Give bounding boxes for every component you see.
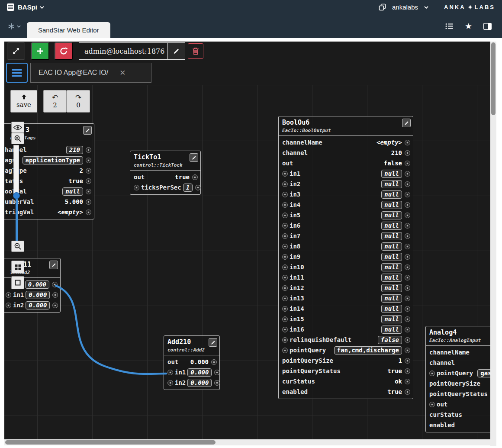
slot-link-icon[interactable] xyxy=(405,368,410,374)
vertical-scrollbar[interactable] xyxy=(490,42,496,446)
slot-value[interactable]: 5.000 xyxy=(65,198,83,205)
slot-link-icon[interactable] xyxy=(282,192,288,197)
edit-node-button[interactable] xyxy=(49,261,58,269)
slot-link-icon[interactable] xyxy=(405,379,410,384)
slot-link-icon[interactable] xyxy=(405,337,410,343)
slot-link-icon[interactable] xyxy=(405,254,410,260)
slot-link-icon[interactable] xyxy=(405,202,410,208)
edit-node-button[interactable] xyxy=(83,126,92,135)
app-title[interactable]: BASpi xyxy=(18,3,37,11)
slot-link-icon[interactable] xyxy=(405,389,410,395)
slot-value[interactable]: null xyxy=(381,263,402,271)
slot-link-icon[interactable] xyxy=(282,327,288,332)
edit-node-button[interactable] xyxy=(402,119,411,127)
slot-link-icon[interactable] xyxy=(405,171,410,177)
slot-link-icon[interactable] xyxy=(86,147,91,153)
slot-link-icon[interactable] xyxy=(405,244,410,249)
slot-link-icon[interactable] xyxy=(405,213,410,218)
slot-value[interactable]: null xyxy=(381,294,402,303)
slot-value[interactable]: true xyxy=(387,367,402,374)
slot-link-icon[interactable] xyxy=(282,244,288,249)
slot-link-icon[interactable] xyxy=(405,316,410,322)
slot-value[interactable]: gas xyxy=(477,369,490,377)
slot-link-icon[interactable] xyxy=(86,199,91,205)
tab-sandstar-web-editor[interactable]: SandStar Web Editor xyxy=(27,22,110,38)
redo-button[interactable]: ↷ 0 xyxy=(67,90,90,113)
account-name[interactable]: ankalabs xyxy=(392,3,418,11)
chevron-down-icon[interactable] xyxy=(40,6,44,9)
edit-node-button[interactable] xyxy=(209,338,217,347)
slot-value[interactable]: null xyxy=(381,180,402,188)
slot-link-icon[interactable] xyxy=(192,174,198,180)
slot-link-icon[interactable] xyxy=(405,150,410,156)
slot-link-icon[interactable] xyxy=(195,185,201,190)
visibility-button[interactable] xyxy=(11,122,24,133)
slot-link-icon[interactable] xyxy=(405,223,410,229)
slot-link-icon[interactable] xyxy=(405,161,410,166)
slot-link-icon[interactable] xyxy=(405,275,410,280)
slot-value[interactable]: null xyxy=(381,222,402,230)
editor-canvas[interactable]: admin@localhost:1876 EAC IO App@EAC IO/ … xyxy=(4,42,490,439)
horizontal-scrollbar[interactable] xyxy=(4,439,490,445)
zoom-slider-handle[interactable] xyxy=(13,192,20,199)
favorite-star-icon[interactable]: ★ xyxy=(465,22,472,30)
connection-address[interactable]: admin@localhost:1876 xyxy=(79,43,167,59)
slot-link-icon[interactable] xyxy=(405,181,410,187)
node-bool-output[interactable]: BoolOu6 EacIo::BoolOutput channelName <e… xyxy=(278,116,413,399)
slot-link-icon[interactable] xyxy=(167,380,173,386)
slot-link-icon[interactable] xyxy=(86,158,91,163)
slot-value[interactable]: 0.000 xyxy=(25,280,49,289)
slot-link-icon[interactable] xyxy=(405,348,410,353)
slot-link-icon[interactable] xyxy=(52,282,58,287)
slot-link-icon[interactable] xyxy=(52,292,58,298)
slot-link-icon[interactable] xyxy=(405,296,410,301)
slot-value[interactable]: null xyxy=(62,187,83,196)
app-menu-icon[interactable] xyxy=(7,3,14,11)
horizontal-scrollbar-thumb[interactable] xyxy=(5,440,216,445)
slot-value[interactable]: false xyxy=(378,336,402,344)
refresh-button[interactable] xyxy=(55,42,73,60)
slot-value[interactable]: null xyxy=(381,242,402,251)
slot-link-icon[interactable] xyxy=(282,213,288,218)
slot-link-icon[interactable] xyxy=(282,264,288,270)
slot-link-icon[interactable] xyxy=(405,327,410,332)
slot-value[interactable]: null xyxy=(381,170,402,178)
grid-view-button[interactable] xyxy=(11,261,24,274)
slot-link-icon[interactable] xyxy=(405,264,410,270)
select-region-button[interactable] xyxy=(11,276,24,289)
slot-link-icon[interactable] xyxy=(282,306,288,312)
slot-link-icon[interactable] xyxy=(405,358,410,364)
slot-value[interactable]: 1 xyxy=(399,357,402,364)
slot-value[interactable]: null xyxy=(381,232,402,240)
zoom-slider-track[interactable] xyxy=(13,145,19,195)
slot-value[interactable]: 1 xyxy=(183,184,193,192)
slot-value[interactable]: false xyxy=(384,160,402,167)
edit-connection-button[interactable] xyxy=(167,43,185,59)
tools-menu[interactable] xyxy=(8,23,21,30)
undo-button[interactable]: ↶ 2 xyxy=(43,90,67,113)
slot-link-icon[interactable] xyxy=(214,370,220,375)
slot-link-icon[interactable] xyxy=(86,189,91,194)
slot-link-icon[interactable] xyxy=(405,285,410,291)
slot-value[interactable]: fan,cmd,discharge xyxy=(334,346,402,355)
slot-value[interactable]: true xyxy=(68,177,83,184)
slot-link-icon[interactable] xyxy=(282,223,288,229)
zoom-in-button[interactable] xyxy=(11,133,24,144)
edit-node-button[interactable] xyxy=(190,153,198,162)
slot-link-icon[interactable] xyxy=(86,209,91,215)
editor-menu-button[interactable] xyxy=(6,63,28,83)
node-add210[interactable]: Add210 control::Add2 out 0.000 in1 0.000… xyxy=(164,335,220,390)
slot-value[interactable]: 210 xyxy=(66,146,83,154)
slot-value[interactable]: null xyxy=(381,315,402,323)
slot-value[interactable]: 0.000 xyxy=(187,379,212,387)
slot-link-icon[interactable] xyxy=(86,168,91,174)
tab-eac-io-app[interactable]: EAC IO App@EAC IO/ ✕ xyxy=(30,63,151,83)
slot-value[interactable]: null xyxy=(381,190,402,199)
slot-value[interactable]: null xyxy=(381,326,402,334)
slot-value[interactable]: <empty> xyxy=(376,139,402,146)
slot-link-icon[interactable] xyxy=(282,171,288,177)
slot-value[interactable]: null xyxy=(381,211,402,219)
slot-value[interactable]: true xyxy=(175,174,190,180)
slot-link-icon[interactable] xyxy=(6,303,11,308)
slot-link-icon[interactable] xyxy=(405,233,410,239)
